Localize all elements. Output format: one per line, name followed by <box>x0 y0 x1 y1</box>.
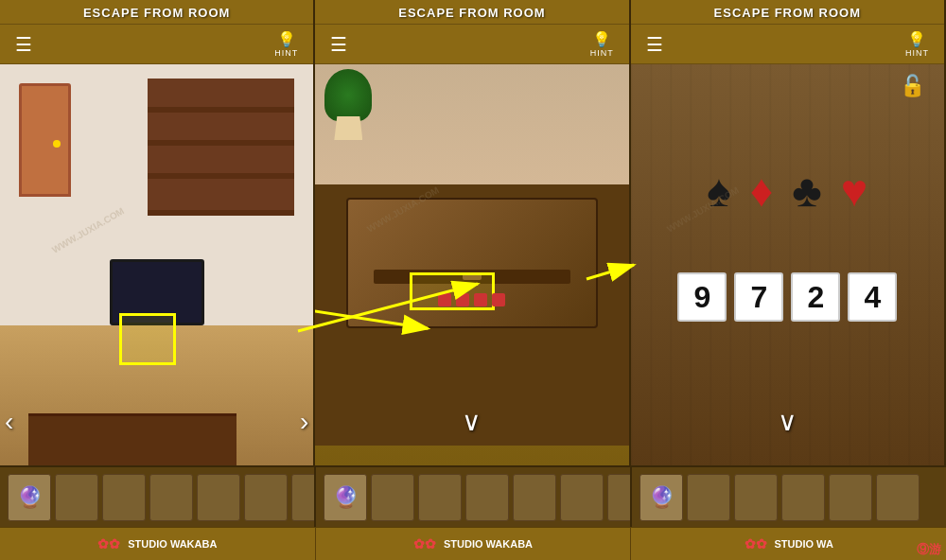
panel-3-toolbar: ☰ 💡 HINT <box>631 25 944 64</box>
suit-diamond: ♦ <box>750 165 774 217</box>
inv-slot-1-3[interactable] <box>102 474 146 521</box>
code-scene: 🔓 ♠ ♦ ♣ ♥ 9 7 2 4 ∨ WWW.JUXIA.COM <box>631 64 944 465</box>
inventory-section-2: 🔮 <box>316 467 632 527</box>
footer-section-3: ✿✿ STUDIO WA ⑨游 <box>631 528 946 560</box>
nav-down-button-2[interactable]: ∨ <box>462 406 482 437</box>
inv-slot-2-5[interactable] <box>513 474 556 521</box>
studio-flower-2: ✿✿ <box>413 536 436 551</box>
panel-1-title: ESCAPE FROM ROOM <box>0 0 313 25</box>
lock-icon[interactable]: 🔓 <box>900 74 925 98</box>
panel-1-toolbar: ☰ 💡 HINT <box>0 25 313 64</box>
studio-flower-1: ✿✿ <box>97 536 120 551</box>
code-dot-1 <box>438 293 451 306</box>
number-tile-3[interactable]: 2 <box>791 272 840 322</box>
number-tile-2[interactable]: 7 <box>734 272 783 322</box>
shelf-3 <box>148 173 294 179</box>
chest-scene: ∨ WWW.JUXIA.COM <box>315 64 628 465</box>
hint-icon-1: 💡 <box>277 30 296 48</box>
inventory-section-3: 🔮 <box>632 467 946 527</box>
panel-2-title: ESCAPE FROM ROOM <box>315 0 628 25</box>
room-door[interactable] <box>19 83 71 197</box>
hint-container-1[interactable]: 💡 HINT <box>274 30 298 58</box>
inv-slot-1-1[interactable]: 🔮 <box>8 474 51 521</box>
code-dot-3 <box>474 293 487 306</box>
footer-bar: ✿✿ STUDIO WAKABA ✿✿ STUDIO WAKABA ✿✿ STU… <box>0 527 946 560</box>
footer-section-1: ✿✿ STUDIO WAKABA <box>0 528 316 560</box>
room-scene: ‹ › WWW.JUXIA.COM <box>0 64 313 465</box>
panel-1-game-area: ‹ › WWW.JUXIA.COM <box>0 64 313 465</box>
inv-slot-2-6[interactable] <box>560 474 604 521</box>
inv-slot-3-5[interactable] <box>829 474 872 521</box>
inv-slot-1-7[interactable] <box>291 474 316 521</box>
menu-icon-2[interactable]: ☰ <box>330 33 347 56</box>
nav-left-button[interactable]: ‹ <box>5 407 13 437</box>
nine-games-logo: ⑨游 <box>917 541 941 558</box>
inv-slot-2-1[interactable]: 🔮 <box>324 474 367 521</box>
inv-item-icon-3: 🔮 <box>649 485 674 510</box>
inv-slot-3-3[interactable] <box>734 474 778 521</box>
suit-heart: ♥ <box>841 165 868 217</box>
shelf-1 <box>148 107 294 113</box>
inv-slot-2-7[interactable] <box>607 474 632 521</box>
footer-section-2: ✿✿ STUDIO WAKABA <box>316 528 632 560</box>
panel-3-game-area: 🔓 ♠ ♦ ♣ ♥ 9 7 2 4 ∨ WWW.JUXIA.COM <box>631 64 944 465</box>
highlight-box-1[interactable] <box>119 313 176 365</box>
plant-leaves <box>324 69 372 121</box>
code-dots <box>438 293 505 306</box>
number-tile-4[interactable]: 4 <box>848 272 897 322</box>
menu-icon-3[interactable]: ☰ <box>646 33 663 56</box>
inv-slot-3-6[interactable] <box>876 474 920 521</box>
shelf-bottom <box>148 210 294 216</box>
suit-spade: ♠ <box>707 165 731 217</box>
inventory-section-1: 🔮 <box>0 467 316 527</box>
code-dot-2 <box>456 293 469 306</box>
inv-slot-1-2[interactable] <box>55 474 98 521</box>
panel-2-game-area: ∨ WWW.JUXIA.COM <box>315 64 628 465</box>
hint-icon-3: 💡 <box>907 30 926 48</box>
studio-flower-3: ✿✿ <box>745 536 767 551</box>
shelving-unit[interactable] <box>148 79 294 216</box>
inv-item-icon-2: 🔮 <box>333 485 359 510</box>
code-dot-4 <box>492 293 505 306</box>
panel-2-toolbar: ☰ 💡 HINT <box>315 25 628 64</box>
studio-label-1: STUDIO WAKABA <box>128 538 217 550</box>
studio-label-2: STUDIO WAKABA <box>444 538 533 550</box>
highlight-box-2[interactable] <box>410 272 495 310</box>
menu-icon-1[interactable]: ☰ <box>15 33 32 56</box>
inv-slot-1-4[interactable] <box>149 474 193 521</box>
plant <box>320 64 377 140</box>
inv-slot-3-4[interactable] <box>781 474 825 521</box>
suit-club: ♣ <box>792 165 822 217</box>
panel-3: ESCAPE FROM ROOM ☰ 💡 HINT 🔓 ♠ ♦ ♣ ♥ 9 <box>631 0 946 465</box>
nav-down-button-3[interactable]: ∨ <box>778 406 797 437</box>
panel-1: ESCAPE FROM ROOM ☰ 💡 HINT <box>0 0 315 465</box>
card-suits-row: ♠ ♦ ♣ ♥ <box>707 165 867 217</box>
inv-item-icon-1: 🔮 <box>17 485 43 510</box>
inv-slot-2-4[interactable] <box>465 474 509 521</box>
inv-slot-2-2[interactable] <box>371 474 414 521</box>
hint-container-2[interactable]: 💡 HINT <box>590 30 614 58</box>
shelf-2 <box>148 140 294 146</box>
hint-label-2: HINT <box>590 48 614 58</box>
inv-slot-2-3[interactable] <box>418 474 462 521</box>
floor-cabinet[interactable] <box>28 413 236 465</box>
studio-label-3: STUDIO WA <box>775 538 833 550</box>
number-tile-1[interactable]: 9 <box>677 272 727 322</box>
inv-slot-3-1[interactable]: 🔮 <box>639 474 683 521</box>
nav-right-button[interactable]: › <box>300 407 308 437</box>
panel-3-title: ESCAPE FROM ROOM <box>631 0 944 25</box>
hint-container-3[interactable]: 💡 HINT <box>905 30 929 58</box>
inventory-bar: 🔮 🔮 🔮 <box>0 465 946 527</box>
inv-slot-1-6[interactable] <box>244 474 288 521</box>
hint-label-1: HINT <box>274 48 298 58</box>
plant-pot <box>334 116 362 140</box>
numbers-row: 9 7 2 4 <box>677 272 897 322</box>
inv-slot-3-2[interactable] <box>687 474 730 521</box>
panel-2: ESCAPE FROM ROOM ☰ 💡 HINT <box>315 0 630 465</box>
hint-label-3: HINT <box>905 48 929 58</box>
hint-icon-2: 💡 <box>592 30 611 48</box>
inv-slot-1-5[interactable] <box>197 474 240 521</box>
